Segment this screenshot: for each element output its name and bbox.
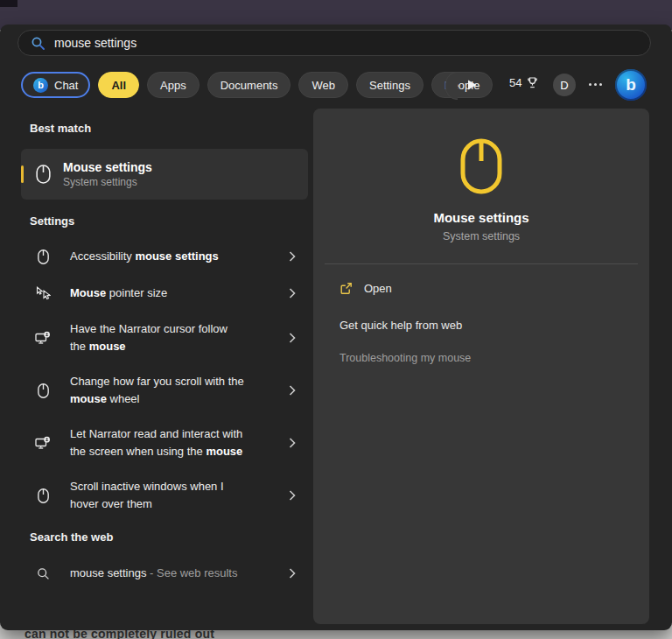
settings-header: Settings — [30, 214, 74, 228]
chevron-right-icon[interactable] — [289, 288, 296, 299]
result-label: mouse settings - See web results — [70, 565, 285, 582]
desktop-fragment — [0, 0, 18, 7]
rewards-trophy-icon — [526, 76, 539, 89]
troubleshoot-link[interactable]: Troubleshooting my mouse — [340, 352, 471, 364]
open-label: Open — [364, 282, 392, 295]
narrator-icon — [35, 436, 51, 450]
result-narrator-read-interact-mouse[interactable]: Let Narrator read and interact withthe s… — [21, 424, 308, 462]
mouse-icon — [35, 249, 51, 264]
result-web-search[interactable]: mouse settings - See web results — [21, 560, 308, 586]
best-match-title: Mouse settings — [63, 159, 152, 175]
quick-help-link[interactable]: Get quick help from web — [340, 319, 462, 332]
best-match-header: Best match — [30, 122, 91, 135]
result-mouse-pointer-size[interactable]: Mouse pointer size — [21, 280, 308, 306]
filter-tab-people[interactable]: People — [431, 72, 493, 98]
more-options-icon[interactable] — [589, 83, 602, 86]
result-label: Change how far you scroll with themouse … — [70, 373, 285, 408]
open-action[interactable]: Open — [340, 282, 392, 295]
preview-title: Mouse settings — [433, 210, 528, 225]
mouse-icon — [35, 383, 51, 398]
result-label: Mouse pointer size — [70, 284, 285, 302]
chevron-right-icon[interactable] — [289, 568, 296, 579]
filter-chat-button[interactable]: b Chat — [21, 72, 90, 98]
selection-accent-bar — [21, 165, 24, 183]
preview-panel: Mouse settings System settings Open Get … — [313, 109, 649, 624]
narrator-icon — [35, 331, 51, 345]
filter-tab-documents[interactable]: Documents — [207, 72, 291, 98]
search-input[interactable]: mouse settings — [18, 30, 651, 56]
filter-bar: b Chat All Apps Documents Web Settings P… — [0, 72, 672, 102]
chevron-right-icon[interactable] — [289, 438, 296, 449]
chevron-right-icon[interactable] — [289, 385, 296, 397]
result-label: Have the Narrator cursor followthe mouse — [70, 320, 285, 355]
result-change-scroll-mouse-wheel[interactable]: Change how far you scroll with themouse … — [21, 371, 308, 410]
mouse-icon-large — [460, 138, 502, 194]
search-icon — [35, 567, 51, 580]
mouse-pointer-icon — [35, 286, 51, 300]
bing-chat-launcher-icon[interactable]: b — [615, 69, 647, 101]
filter-tab-settings[interactable]: Settings — [356, 72, 424, 98]
mouse-icon — [35, 488, 51, 503]
rewards-counter[interactable]: 54 — [509, 76, 539, 89]
filter-chat-label: Chat — [54, 79, 78, 92]
mouse-icon — [36, 165, 51, 184]
result-narrator-cursor-follow-mouse[interactable]: Have the Narrator cursor followthe mouse — [21, 319, 308, 357]
search-icon — [31, 36, 46, 51]
bing-chat-icon: b — [33, 78, 48, 93]
search-the-web-header: Search the web — [30, 530, 113, 544]
chevron-right-icon[interactable] — [289, 251, 296, 263]
result-accessibility-mouse-settings[interactable]: Accessibility mouse settings — [21, 243, 308, 270]
filter-tab-web[interactable]: Web — [298, 72, 348, 98]
result-label: Scroll inactive windows when Ihover over… — [70, 478, 285, 513]
user-avatar[interactable]: D — [553, 74, 576, 96]
result-label: Let Narrator read and interact withthe s… — [70, 425, 285, 460]
more-filters-arrow-icon[interactable] — [465, 78, 479, 92]
best-match-subtitle: System settings — [63, 175, 152, 189]
preview-subtitle: System settings — [443, 230, 520, 242]
open-external-icon — [340, 282, 353, 295]
result-label: Accessibility mouse settings — [70, 248, 285, 265]
result-scroll-inactive-windows[interactable]: Scroll inactive windows when Ihover over… — [21, 476, 308, 515]
rewards-count: 54 — [509, 76, 522, 89]
filter-tab-all[interactable]: All — [98, 72, 139, 98]
chevron-right-icon[interactable] — [289, 333, 296, 344]
best-match-result[interactable]: Mouse settings System settings — [21, 149, 308, 200]
search-flyout: mouse settings b Chat All Apps Documents… — [0, 25, 672, 630]
search-query-text: mouse settings — [54, 36, 136, 50]
filter-tab-apps[interactable]: Apps — [147, 72, 200, 98]
chevron-right-icon[interactable] — [289, 490, 296, 502]
